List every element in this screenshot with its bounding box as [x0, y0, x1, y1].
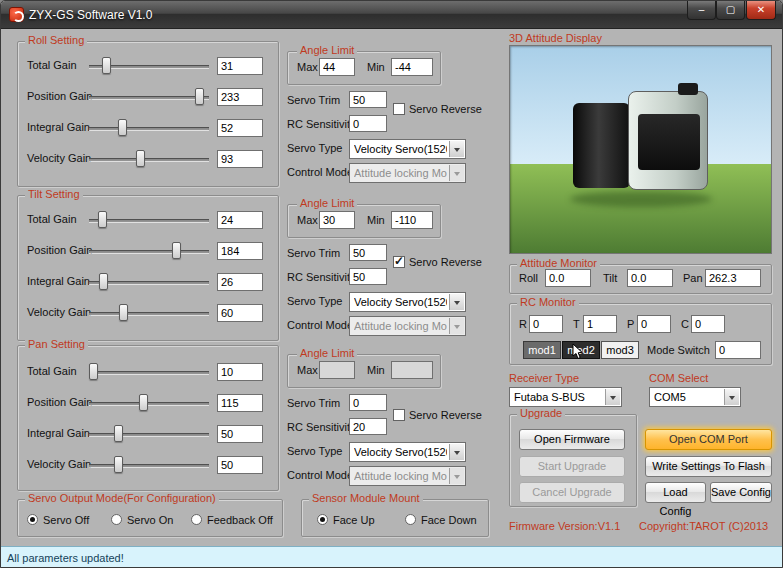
slider-track[interactable] [89, 464, 209, 467]
face-down-radio[interactable] [405, 514, 416, 525]
pan-velocity-gain-value[interactable] [217, 456, 263, 474]
slider-track[interactable] [89, 127, 209, 130]
slider-thumb[interactable] [89, 363, 98, 380]
slider-thumb[interactable] [119, 304, 128, 321]
roll-servo-type-combo[interactable]: Velocity Servo(1520um) [349, 139, 466, 159]
close-button[interactable]: ✕ [746, 1, 776, 20]
roll-angle-max-field[interactable] [319, 58, 355, 76]
slider-thumb[interactable] [118, 119, 127, 136]
load-config-button[interactable]: Load Config [645, 482, 706, 503]
tilt-servo-type-combo[interactable]: Velocity Servo(1520um) [349, 292, 466, 312]
slider-thumb[interactable] [102, 57, 111, 74]
mode-switch-label: Mode Switch [647, 344, 710, 356]
tilt-integral-gain-value[interactable] [217, 273, 263, 291]
tilt-servo-reverse-checkbox[interactable] [393, 256, 405, 268]
dropdown-arrow-icon[interactable] [724, 389, 739, 405]
slider-thumb[interactable] [99, 273, 108, 290]
tilt-control-mode-combo: Attitude locking Mode [349, 316, 466, 336]
dropdown-arrow-icon[interactable] [605, 389, 620, 405]
roll-total-gain-slider[interactable] [87, 57, 211, 75]
tilt-integral-gain-slider[interactable] [87, 273, 211, 291]
slider-track[interactable] [89, 96, 209, 99]
roll-velocity-gain-slider[interactable] [87, 150, 211, 168]
servo-off-radio[interactable] [27, 514, 38, 525]
slider-track[interactable] [89, 371, 209, 374]
roll-integral-gain-slider[interactable] [87, 119, 211, 137]
tilt-angle-min-label: Min [367, 214, 385, 226]
pan-integral-gain-label: Integral Gain [27, 427, 90, 439]
roll-position-gain-slider[interactable] [87, 88, 211, 106]
roll-angle-min-field[interactable] [391, 58, 433, 76]
attitude-pan-value [705, 269, 761, 287]
camera-lens [573, 103, 630, 188]
servo-on-radio[interactable] [111, 514, 122, 525]
tilt-total-gain-slider[interactable] [87, 211, 211, 229]
dropdown-arrow-icon[interactable] [449, 141, 464, 157]
dropdown-arrow-icon[interactable] [449, 444, 464, 460]
pan-rc-sensitivity-field[interactable] [349, 418, 387, 435]
tilt-rc-sensitivity-label: RC Sensitivity [287, 271, 355, 283]
roll-total-gain-value[interactable] [217, 57, 263, 75]
feedback-off-radio[interactable] [191, 514, 202, 525]
tilt-velocity-gain-value[interactable] [217, 304, 263, 322]
pan-integral-gain-slider[interactable] [87, 425, 211, 443]
save-config-button[interactable]: Save Config [710, 482, 772, 503]
tilt-angle-max-field[interactable] [319, 211, 355, 229]
slider-track[interactable] [89, 433, 209, 436]
roll-servo-reverse-checkbox[interactable] [393, 103, 405, 115]
pan-servo-trim-label: Servo Trim [287, 397, 340, 409]
pan-integral-gain-value[interactable] [217, 425, 263, 443]
roll-position-gain-value[interactable] [217, 88, 263, 106]
slider-thumb[interactable] [195, 88, 204, 105]
pan-servo-type-combo[interactable]: Velocity Servo(1520um) [349, 442, 466, 462]
combo-value: Velocity Servo(1520um) [354, 446, 447, 458]
roll-angle-min-label: Min [367, 61, 385, 73]
pan-position-gain-value[interactable] [217, 394, 263, 412]
slider-track[interactable] [89, 219, 209, 222]
combo-value: COM5 [654, 391, 722, 403]
open-firmware-button[interactable]: Open Firmware [519, 429, 625, 450]
pan-position-gain-slider[interactable] [87, 394, 211, 412]
slider-track[interactable] [89, 402, 209, 405]
slider-thumb[interactable] [139, 394, 148, 411]
receiver-type-combo[interactable]: Futaba S-BUS [509, 387, 622, 407]
tilt-position-gain-value[interactable] [217, 242, 263, 260]
tilt-velocity-gain-slider[interactable] [87, 304, 211, 322]
slider-thumb[interactable] [172, 242, 181, 259]
open-com-port-button[interactable]: Open COM Port [645, 429, 772, 450]
tilt-total-gain-value[interactable] [217, 211, 263, 229]
roll-velocity-gain-value[interactable] [217, 150, 263, 168]
slider-thumb[interactable] [114, 456, 123, 473]
pan-servo-trim-field[interactable] [349, 394, 387, 411]
tilt-servo-trim-field[interactable] [349, 244, 387, 261]
slider-thumb[interactable] [114, 425, 123, 442]
pan-total-gain-value[interactable] [217, 363, 263, 381]
mod1-button[interactable]: mod1 [523, 341, 561, 359]
attitude-tilt-value [627, 269, 673, 287]
slider-track[interactable] [89, 158, 209, 161]
face-up-radio[interactable] [317, 514, 328, 525]
tilt-rc-sensitivity-field[interactable] [349, 268, 387, 285]
roll-integral-gain-value[interactable] [217, 119, 263, 137]
pan-velocity-gain-slider[interactable] [87, 456, 211, 474]
com-select-combo[interactable]: COM5 [649, 387, 741, 407]
dropdown-arrow-icon[interactable] [449, 294, 464, 310]
mod3-button[interactable]: mod3 [601, 341, 639, 359]
maximize-button[interactable]: ▢ [716, 1, 745, 20]
roll-servo-trim-field[interactable] [349, 91, 387, 108]
slider-track[interactable] [89, 250, 209, 253]
tilt-angle-min-field[interactable] [391, 211, 433, 229]
tilt-position-gain-slider[interactable] [87, 242, 211, 260]
slider-thumb[interactable] [136, 150, 145, 167]
tilt-servo-type-label: Servo Type [287, 295, 342, 307]
pan-total-gain-slider[interactable] [87, 363, 211, 381]
slider-thumb[interactable] [98, 211, 107, 228]
write-settings-to-flash-button[interactable]: Write Settings To Flash [645, 456, 772, 477]
roll-rc-sensitivity-field[interactable] [349, 115, 387, 132]
face-down-label: Face Down [421, 514, 477, 526]
minimize-button[interactable]: – [687, 1, 716, 20]
pan-servo-reverse-checkbox[interactable] [393, 409, 405, 421]
copyright-text: Copyright:TAROT (C)2013 [639, 520, 768, 532]
roll-integral-gain-label: Integral Gain [27, 121, 90, 133]
slider-track[interactable] [89, 312, 209, 315]
